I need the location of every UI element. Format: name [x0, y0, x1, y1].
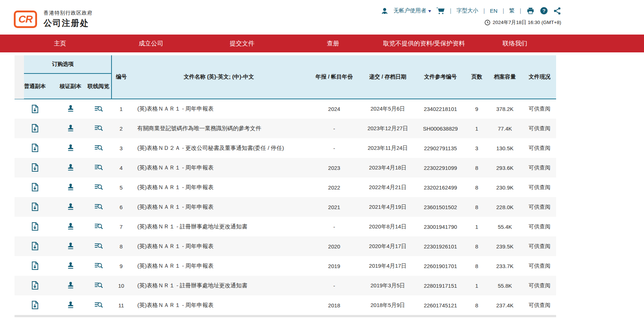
document-size: 55.8K	[487, 276, 523, 295]
online-view-button[interactable]	[92, 163, 105, 172]
col-pages: 页数	[467, 55, 487, 99]
plain-copy-download-button[interactable]	[29, 182, 41, 192]
share-icon[interactable]	[553, 7, 561, 15]
document-status: 可供查阅	[523, 276, 556, 295]
document-year: -	[307, 217, 361, 236]
online-view-button[interactable]	[92, 104, 105, 113]
clock-icon	[485, 20, 490, 25]
table-row: 7 (英)表格ＮＲ１ - 註冊辦事處地址更改通知書 - 2020年8月14日 2…	[15, 217, 556, 236]
certified-copy-button[interactable]	[65, 143, 77, 153]
certified-copy-button[interactable]	[65, 222, 77, 232]
online-view-button[interactable]	[92, 124, 105, 133]
divider: |	[503, 8, 504, 14]
document-name: (英)表格ＮＡＲ１ - 周年申報表	[131, 295, 307, 315]
cart-icon[interactable]	[436, 7, 445, 15]
plain-copy-download-button[interactable]	[29, 241, 41, 251]
bottom-strip	[15, 315, 556, 317]
plain-copy-download-button[interactable]	[29, 280, 41, 291]
document-year: 2018	[307, 295, 361, 315]
document-ref: 23402218101	[414, 99, 467, 119]
plain-copy-download-button[interactable]	[29, 202, 41, 212]
col-no: 编号	[112, 55, 131, 99]
row-number: 11	[112, 295, 131, 315]
document-name: (英)表格ＮＡＲ１ - 周年申報表	[131, 99, 307, 119]
col-certified-copy: 核证副本	[55, 73, 86, 99]
top-right: 无帐户使用者 | 字型大小 | EN | 繁 | ?	[381, 7, 561, 35]
online-view-button[interactable]	[92, 300, 105, 310]
timestamp: 2024年7月18日 16:30 (GMT+8)	[485, 19, 561, 26]
document-name: (英)表格ＮＤ２Ａ - 更改公司秘書及董事通知書(委任 / 停任)	[131, 138, 307, 158]
user-menu[interactable]: 无帐户使用者	[394, 7, 431, 14]
plain-copy-download-button[interactable]	[29, 221, 41, 232]
print-icon[interactable]	[526, 7, 535, 15]
document-date: 2018年5月9日	[361, 295, 414, 315]
online-view-button[interactable]	[92, 242, 105, 251]
col-status: 文件现况	[523, 55, 556, 99]
row-number: 3	[112, 138, 131, 158]
certified-copy-button[interactable]	[65, 104, 77, 114]
online-view-button[interactable]	[92, 202, 105, 211]
document-name: (英)表格ＮＡＲ１ - 周年申報表	[131, 236, 307, 256]
nav-item[interactable]: 主页	[15, 39, 106, 48]
certified-copy-button[interactable]	[65, 182, 77, 192]
nav-item[interactable]: 提交文件	[197, 39, 288, 48]
certified-copy-button[interactable]	[65, 280, 77, 291]
plain-copy-download-button[interactable]	[29, 300, 41, 310]
table-row: 9 (英)表格ＮＡＲ１ - 周年申報表 2019 2019年4月17日 2260…	[15, 256, 556, 276]
certified-copy-button[interactable]	[65, 202, 77, 212]
plain-copy-download-button[interactable]	[29, 162, 41, 173]
document-date: 2023年11月24日	[361, 138, 414, 158]
plain-copy-download-button[interactable]	[29, 143, 41, 153]
online-view-button[interactable]	[92, 281, 105, 290]
online-view-button[interactable]	[92, 143, 105, 152]
col-online-view: 联线阅览	[86, 73, 112, 99]
nav-item[interactable]: 查册	[288, 39, 379, 48]
document-date: 2019年4月17日	[361, 256, 414, 276]
certified-copy-button[interactable]	[65, 300, 77, 310]
row-number: 2	[112, 119, 131, 138]
certified-copy-button[interactable]	[65, 163, 77, 173]
brand[interactable]: CR 香港特别行政区政府 公司注册处	[14, 4, 93, 35]
plain-copy-download-button[interactable]	[29, 104, 41, 114]
document-size: 77.4K	[487, 119, 523, 138]
document-name: (英)表格ＮＡＲ１ - 周年申報表	[131, 158, 307, 178]
row-number: 9	[112, 256, 131, 276]
document-size: 293.6K	[487, 158, 523, 178]
document-date: 2020年8月14日	[361, 217, 414, 236]
document-size: 230.9K	[487, 178, 523, 197]
dept-title: 公司注册处	[44, 17, 93, 29]
online-view-button[interactable]	[92, 183, 105, 192]
document-status: 可供查阅	[523, 217, 556, 236]
document-year: -	[307, 138, 361, 158]
document-date: 2021年4月19日	[361, 197, 414, 217]
document-year: 2019	[307, 256, 361, 276]
plain-copy-download-button[interactable]	[29, 123, 41, 133]
top-header: CR 香港特别行政区政府 公司注册处 无帐户使用者 | 字型大小 | EN |	[0, 0, 644, 35]
document-ref: 22301926101	[414, 236, 467, 256]
main-nav: 主页 成立公司 提交文件 查册 取览不提供的资料/受保护资料 联络我们	[0, 35, 644, 52]
font-size-link[interactable]: 字型大小	[457, 7, 478, 14]
certified-copy-button[interactable]	[65, 123, 77, 133]
certified-copy-button[interactable]	[65, 261, 77, 271]
cr-logo[interactable]: CR	[14, 11, 37, 28]
help-icon[interactable]: ?	[540, 7, 548, 15]
document-pages: 8	[467, 236, 487, 256]
document-pages: 8	[467, 295, 487, 315]
document-year: 2024	[307, 99, 361, 119]
row-number: 6	[112, 197, 131, 217]
online-view-button[interactable]	[92, 261, 105, 270]
nav-item[interactable]: 取览不提供的资料/受保护资料	[378, 39, 470, 48]
plain-copy-download-button[interactable]	[29, 260, 41, 271]
document-date: 2020年4月17日	[361, 236, 414, 256]
document-pages: 8	[467, 178, 487, 197]
row-number: 1	[112, 99, 131, 119]
document-size: 233.7K	[487, 256, 523, 276]
lang-en-link[interactable]: EN	[490, 8, 498, 14]
nav-item[interactable]: 联络我们	[470, 39, 561, 48]
online-view-button[interactable]	[92, 222, 105, 231]
certified-copy-button[interactable]	[65, 241, 77, 251]
document-size: 228.0K	[487, 197, 523, 217]
document-pages: 8	[467, 256, 487, 276]
nav-item[interactable]: 成立公司	[106, 39, 197, 48]
lang-zh-link[interactable]: 繁	[509, 7, 515, 14]
